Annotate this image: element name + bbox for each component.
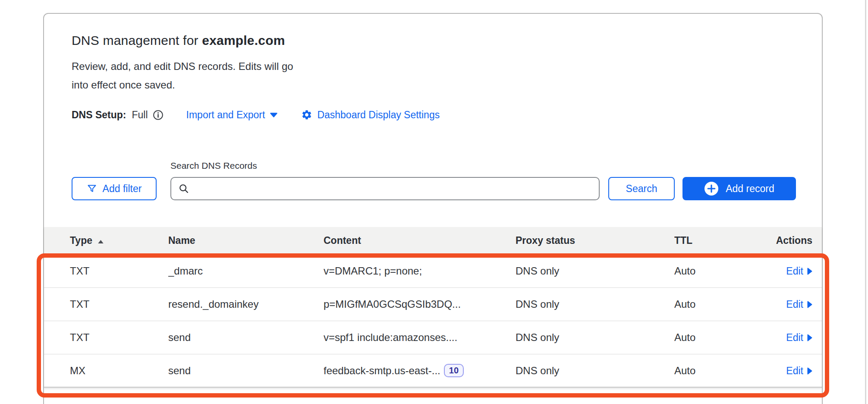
chevron-right-icon xyxy=(807,367,812,375)
gear-icon xyxy=(301,109,312,120)
record-proxy-status: DNS only xyxy=(516,298,674,310)
records-toolbar: Add filter Search DNS Records Search xyxy=(72,161,796,200)
page-description: Review, add, and edit DNS records. Edits… xyxy=(72,57,296,94)
chevron-right-icon xyxy=(807,301,812,308)
plus-icon xyxy=(704,181,719,196)
search-label: Search DNS Records xyxy=(170,161,600,171)
dns-setup-row: DNS Setup: Full Import and Export Dashbo… xyxy=(72,108,440,122)
record-name: _dmarc xyxy=(168,265,324,277)
record-type: TXT xyxy=(44,265,168,277)
column-header-content[interactable]: Content xyxy=(324,235,516,246)
import-export-label: Import and Export xyxy=(186,109,265,121)
add-filter-label: Add filter xyxy=(103,183,142,195)
record-ttl: Auto xyxy=(674,365,760,377)
edit-record-button[interactable]: Edit xyxy=(786,365,812,377)
add-record-label: Add record xyxy=(726,183,774,195)
record-proxy-status: DNS only xyxy=(516,365,674,377)
page-title-domain: example.com xyxy=(202,33,285,47)
dns-management-card: DNS management for example.com Review, a… xyxy=(43,13,823,404)
chevron-right-icon xyxy=(807,268,812,275)
record-content: v=DMARC1; p=none; xyxy=(324,265,516,277)
mx-priority-badge: 10 xyxy=(444,364,464,377)
dashboard-display-settings-label: Dashboard Display Settings xyxy=(317,109,440,121)
edit-record-button[interactable]: Edit xyxy=(786,332,812,344)
edit-record-button[interactable]: Edit xyxy=(786,265,812,277)
column-header-proxy-status[interactable]: Proxy status xyxy=(516,235,674,246)
add-filter-button[interactable]: Add filter xyxy=(72,177,157,200)
search-group: Search DNS Records xyxy=(170,161,600,200)
import-export-link[interactable]: Import and Export xyxy=(186,109,278,121)
record-proxy-status: DNS only xyxy=(516,265,674,277)
record-type: TXT xyxy=(44,331,168,344)
page-right-divider xyxy=(865,0,866,404)
sort-ascending-icon xyxy=(97,235,104,246)
table-row: TXT _dmarc v=DMARC1; p=none; DNS only Au… xyxy=(44,255,822,288)
search-button[interactable]: Search xyxy=(608,177,675,200)
record-name: resend._domainkey xyxy=(168,298,324,310)
search-input[interactable] xyxy=(195,178,592,199)
record-name: send xyxy=(168,331,324,344)
column-header-type[interactable]: Type xyxy=(44,235,168,246)
dns-records-table: Type Name Content Proxy status TTL Actio… xyxy=(44,227,822,388)
page-title-text: DNS management for xyxy=(72,33,202,47)
record-type: TXT xyxy=(44,298,168,310)
edit-record-button[interactable]: Edit xyxy=(786,299,812,310)
chevron-right-icon xyxy=(807,334,812,341)
record-content-cell: feedback-smtp.us-east-... 10 xyxy=(324,364,516,377)
record-content: v=spf1 include:amazonses.... xyxy=(324,331,516,344)
table-header-row: Type Name Content Proxy status TTL Actio… xyxy=(44,227,822,255)
table-row: TXT send v=spf1 include:amazonses.... DN… xyxy=(44,321,822,354)
record-ttl: Auto xyxy=(674,298,760,310)
search-input-wrapper xyxy=(170,177,600,200)
record-type: MX xyxy=(44,365,168,377)
add-record-button[interactable]: Add record xyxy=(682,177,796,200)
filter-icon xyxy=(87,183,97,194)
column-header-ttl[interactable]: TTL xyxy=(674,235,760,246)
record-ttl: Auto xyxy=(674,265,760,277)
record-content: feedback-smtp.us-east-... xyxy=(324,365,440,377)
dashboard-display-settings-link[interactable]: Dashboard Display Settings xyxy=(301,109,440,121)
page-title: DNS management for example.com xyxy=(72,33,285,48)
dns-setup-value: Full xyxy=(132,109,148,121)
record-name: send xyxy=(168,365,324,377)
chevron-down-icon xyxy=(270,112,278,118)
dns-setup-label: DNS Setup: xyxy=(72,109,126,121)
column-header-name[interactable]: Name xyxy=(168,235,324,246)
column-header-actions: Actions xyxy=(760,235,822,246)
table-row: TXT resend._domainkey p=MIGfMA0GCSqGSIb3… xyxy=(44,288,822,321)
record-ttl: Auto xyxy=(674,331,760,344)
record-proxy-status: DNS only xyxy=(516,331,674,344)
info-icon[interactable] xyxy=(152,109,164,121)
record-content: p=MIGfMA0GCSqGSIb3DQ... xyxy=(324,298,516,310)
table-row: MX send feedback-smtp.us-east-... 10 DNS… xyxy=(44,354,822,388)
search-icon xyxy=(178,183,189,194)
